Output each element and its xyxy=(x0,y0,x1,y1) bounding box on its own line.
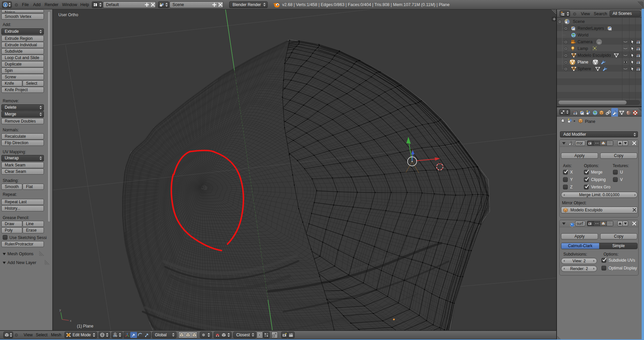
svg-text:x: x xyxy=(70,319,72,322)
svg-text:y: y xyxy=(59,308,61,312)
svg-text:i: i xyxy=(5,3,6,7)
svg-text:User Ortho: User Ortho xyxy=(58,12,78,17)
svg-text:(1) Plane: (1) Plane xyxy=(77,324,93,329)
